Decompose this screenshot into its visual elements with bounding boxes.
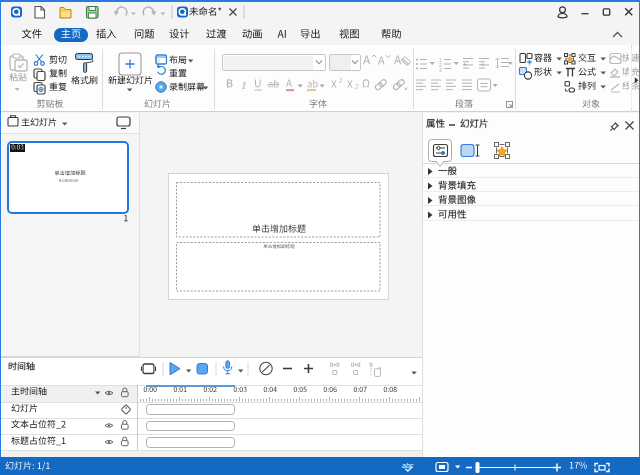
svg-text:3: 3 [439, 67, 442, 73]
svg-text:I: I [241, 79, 247, 91]
